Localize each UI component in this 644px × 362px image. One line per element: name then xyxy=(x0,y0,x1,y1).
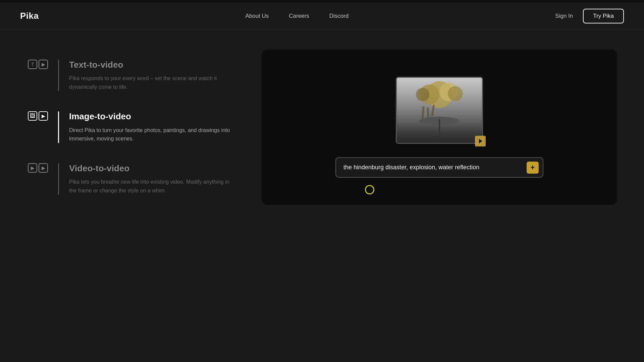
nav-item-discord[interactable]: Discord xyxy=(329,13,349,19)
nav-link-about[interactable]: About Us xyxy=(245,13,269,19)
demo-image-container xyxy=(396,77,483,144)
mast xyxy=(439,119,440,136)
nav-item-about[interactable]: About Us xyxy=(245,13,269,19)
nav-link-careers[interactable]: Careers xyxy=(289,13,309,19)
image-to-video-content: Image-to-video Direct Pika to turn your … xyxy=(69,111,235,143)
demo-image xyxy=(396,77,483,144)
cloud-puff-5 xyxy=(448,86,463,101)
demo-panel: + xyxy=(262,50,617,205)
feature-item-image-to-video[interactable]: 🖼 ▶ Image-to-video Direct Pika to turn y… xyxy=(27,101,235,153)
divider-3 xyxy=(58,163,59,195)
logo: Pika xyxy=(20,11,39,21)
ground-structures xyxy=(397,126,482,143)
cloud-puff-4 xyxy=(416,88,429,101)
play-icon-2: ▶ xyxy=(39,111,48,121)
demo-input-container: + xyxy=(335,157,543,178)
play-icon-1: ▶ xyxy=(39,60,48,69)
nav-right: Sign In Try Pika xyxy=(555,9,624,23)
text-to-video-icons: T ▶ xyxy=(28,60,48,69)
hindenburg-visual xyxy=(397,78,482,143)
nav-links: About Us Careers Discord xyxy=(245,13,348,19)
main-content: T ▶ Text-to-video Pika responds to your … xyxy=(0,29,644,225)
image-to-video-desc: Direct Pika to turn your favorite photos… xyxy=(69,126,230,143)
feature-list: T ▶ Text-to-video Pika responds to your … xyxy=(27,50,235,205)
play-overlay[interactable] xyxy=(475,136,486,146)
image-to-video-title: Image-to-video xyxy=(69,111,235,122)
send-button[interactable]: + xyxy=(527,162,539,174)
text-to-video-title: Text-to-video xyxy=(69,60,235,70)
play-triangle-icon xyxy=(479,139,482,143)
video-to-video-icons: ▶ ▶ xyxy=(28,163,48,173)
image-to-video-icons: 🖼 ▶ xyxy=(28,111,48,121)
nav-item-careers[interactable]: Careers xyxy=(289,13,309,19)
feature-item-text-to-video[interactable]: T ▶ Text-to-video Pika responds to your … xyxy=(27,50,235,101)
video-to-video-content: Video-to-video Pika lets you breathe new… xyxy=(69,163,235,195)
sign-in-button[interactable]: Sign In xyxy=(555,13,573,19)
prompt-input[interactable] xyxy=(335,157,543,178)
video-to-video-desc: Pika lets you breathe new life into exis… xyxy=(69,178,230,195)
text-to-video-content: Text-to-video Pika responds to your ever… xyxy=(69,60,235,91)
text-icon: T xyxy=(28,60,37,69)
cursor-indicator xyxy=(365,185,374,194)
play-icon-3: ▶ xyxy=(39,163,48,173)
divider-2 xyxy=(58,111,59,143)
video-to-video-title: Video-to-video xyxy=(69,163,235,174)
video-icon: ▶ xyxy=(28,163,37,173)
feature-item-video-to-video[interactable]: ▶ ▶ Video-to-video Pika lets you breathe… xyxy=(27,153,235,205)
try-pika-button[interactable]: Try Pika xyxy=(583,9,624,23)
divider-1 xyxy=(58,60,59,91)
water-reflection xyxy=(397,136,482,143)
text-to-video-desc: Pika responds to your every word – set t… xyxy=(69,74,230,91)
nav-link-discord[interactable]: Discord xyxy=(329,13,349,19)
image-icon: 🖼 xyxy=(28,111,37,121)
navbar: Pika About Us Careers Discord Sign In Tr… xyxy=(0,3,644,29)
